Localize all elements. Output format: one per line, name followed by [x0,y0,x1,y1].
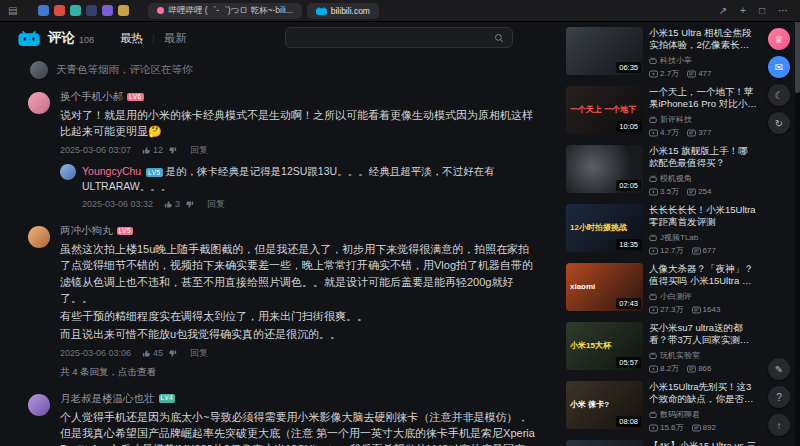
level-badge: LV5 [117,227,134,236]
reply-username[interactable]: YoungcyChu [82,165,141,177]
extension-icon-3[interactable] [70,5,81,16]
video-uploader[interactable]: 新评科技 [649,114,757,125]
video-card[interactable]: 【4K】 21:46 【4K】小米15 Ultra vs 三星Galaxy S2… [566,440,757,446]
video-uploader[interactable]: 小白测评 [649,291,757,302]
tab-newest[interactable]: 最新 [164,31,187,46]
comment-username[interactable]: 两冲小狗丸 [60,224,113,238]
video-thumbnail[interactable]: 06:35 [566,27,643,75]
video-title[interactable]: 买小米su7 ultra送的都看？带3万人回家实测有多香 [649,322,757,347]
comment-username[interactable]: 换个手机小郝 [60,90,123,104]
dislike-button[interactable] [168,146,177,155]
video-card[interactable]: 小米15大杯 05:57 买小米su7 ultra送的都看？带3万人回家实测有多… [566,322,757,374]
video-stats: 2.7万 477 [649,68,757,79]
extension-icon-6[interactable] [118,5,129,16]
video-uploader[interactable]: 数码闲聊君 [649,409,757,420]
video-thumbnail[interactable]: xiaomi 07:43 [566,263,643,311]
like-button[interactable]: 45 [142,348,163,358]
video-uploader[interactable]: 模机视角 [649,173,757,184]
reply-button[interactable]: 回复 [190,144,208,157]
video-title[interactable]: 一个天上，一个地下！苹果iPhone16 Pro 对比小米15 Ultra [649,86,757,111]
extension-icon-2[interactable] [54,5,65,16]
back-to-top-icon[interactable]: ↑ [768,414,790,436]
video-card[interactable]: 02:05 小米15 旗舰版上手！哪款配色最值得买？ 模机视角 3.5万 254 [566,145,757,197]
avatar[interactable] [28,394,50,416]
video-duration: 05:57 [616,357,641,368]
danmaku-count: 254 [698,187,711,196]
extension-icon-1[interactable] [22,5,33,16]
video-thumbnail[interactable]: 一个天上 一个地下 10:05 [566,86,643,134]
video-thumbnail[interactable]: 小米 徕卡? 08:08 [566,381,643,429]
dislike-button[interactable] [185,200,194,209]
comment-username[interactable]: 月老叔是楼温心也壮 [60,392,155,406]
thumbnail-overlay-text: 12小时拍摄挑战 [570,223,627,233]
reply-button[interactable]: 回复 [207,198,225,211]
browser-bar: ▤ 哔哩哔哩 (゜-゜)つロ 乾杯~-bili... bilibili.com … [0,0,800,22]
video-duration: 10:05 [616,121,641,132]
video-title[interactable]: 小米15 旗舰版上手！哪款配色最值得买？ [649,145,757,170]
view-replies-link[interactable]: 共 4 条回复，点击查看 [60,366,536,379]
video-uploader[interactable]: 科技小辛 [649,55,757,66]
comments-count: 108 [79,35,94,45]
thumbnail-overlay-text: xiaomi [570,282,595,292]
vip-icon[interactable]: ♕ [768,28,790,50]
comment-paragraph: 虽然这次拍上楼15u晚上随手截图截的，但是我还是入了，初步用下来觉得很满意的，拍… [60,241,536,306]
reply-button[interactable]: 回复 [190,347,208,360]
video-thumbnail[interactable]: 【4K】 21:46 [566,440,643,446]
feedback-icon[interactable]: ✎ [768,358,790,380]
reply-footer: 2025-03-06 03:32 3 回复 [82,198,536,211]
uploader-name: J视频TLab [660,232,698,243]
video-title[interactable]: 小米15Ultra先别买！这3个致命的缺点，你是否能接受 [649,381,757,406]
like-button[interactable]: 3 [164,198,180,211]
comments-notice: 天青色等烟雨，评论区在等你 [28,56,562,83]
comment-input-box[interactable] [285,27,513,48]
video-card[interactable]: 小米 徕卡? 08:08 小米15Ultra先别买！这3个致命的缺点，你是否能接… [566,381,757,433]
reply-avatar[interactable] [60,164,76,180]
more-icon[interactable]: ⋯ [774,5,792,16]
video-title[interactable]: 长长长长长！小米15Ultra 零距离首发评测 [649,204,757,229]
browser-tab[interactable]: 哔哩哔哩 (゜-゜)つロ 乾杯~-bili... [148,3,301,19]
avatar[interactable] [28,226,50,248]
uploader-name: 模机视角 [660,173,692,184]
video-uploader[interactable]: 玩机实验室 [649,350,757,361]
floating-toolbar-bottom: ✎ ? ↑ [768,358,790,436]
video-uploader[interactable]: J视频TLab [649,232,757,243]
play-count: 2.7万 [660,68,679,79]
bilibili-favicon [316,7,327,15]
extension-icon-4[interactable] [86,5,97,16]
extension-icon-1[interactable] [38,5,49,16]
video-card[interactable]: 一个天上 一个地下 10:05 一个天上，一个地下！苹果iPhone16 Pro… [566,86,757,138]
tab-hottest[interactable]: 最热 [120,31,143,46]
address-bar[interactable]: bilibili.com [307,3,379,19]
comment-input[interactable] [286,32,494,43]
dislike-button[interactable] [168,349,177,358]
search-icon[interactable] [494,33,504,43]
video-stats: 3.5万 254 [649,186,757,197]
video-thumbnail[interactable]: 02:05 [566,145,643,193]
sidebar-toggle-icon[interactable]: ▤ [8,5,17,16]
comment-item: 两冲小狗丸 LV5 虽然这次拍上楼15u晚上随手截图截的，但是我还是入了，初步用… [28,217,562,385]
comment-paragraph: 而且说出来可惜不能放u包我觉得确实真的还是很沉的。。 [60,326,536,342]
video-card[interactable]: 06:35 小米15 Ultra 相机全焦段实拍体验，2亿像素长焦真的稳 科技小… [566,27,757,79]
video-card[interactable]: xiaomi 07:43 人像大杀器？「夜神」？值得买吗 小米15Ultra 深… [566,263,757,315]
share-icon[interactable]: ↗ [715,5,731,16]
video-thumbnail[interactable]: 12小时拍摄挑战 18:35 [566,204,643,252]
video-title[interactable]: 小米15 Ultra 相机全焦段实拍体验，2亿像素长焦真的稳 [649,27,757,52]
like-button[interactable]: 12 [142,145,163,155]
play-icon [649,365,658,373]
video-title[interactable]: 【4K】小米15 Ultra vs 三星Galaxy S25 Ultra：东京夜… [649,440,757,446]
video-thumbnail[interactable]: 小米15大杯 05:57 [566,322,643,370]
comment-sort-tabs: 最热 | 最新 [120,31,187,46]
message-icon[interactable]: ✉ [768,56,790,78]
add-tab-icon[interactable]: + [736,5,750,16]
copy-icon[interactable]: □ [755,5,769,16]
night-mode-icon[interactable]: ☾ [768,84,790,106]
history-icon[interactable]: ↻ [768,112,790,134]
avatar[interactable] [28,92,50,114]
video-card[interactable]: 12小时拍摄挑战 18:35 长长长长长！小米15Ultra 零距离首发评测 J… [566,204,757,256]
notice-text: 天青色等烟雨，评论区在等你 [56,63,193,77]
danmaku-count: 677 [703,246,716,255]
danmaku-icon [692,247,701,255]
extension-icon-5[interactable] [102,5,113,16]
help-icon[interactable]: ? [768,386,790,408]
video-title[interactable]: 人像大杀器？「夜神」？值得买吗 小米15Ultra 深度体验 [649,263,757,288]
